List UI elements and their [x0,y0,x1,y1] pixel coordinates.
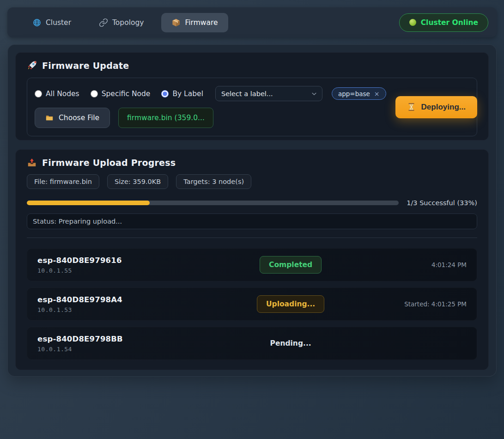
deploy-button-label: Deploying... [421,103,466,112]
status-badge-uploading: Uploading... [257,295,324,313]
cluster-status-badge: Cluster Online [399,13,488,32]
node-row: esp-840D8E9798BB 10.0.1.54 Pending... [27,327,477,360]
firmware-update-card: Firmware Update All Nodes Specific Node … [15,52,489,140]
upload-info-badges: File: firmware.bin Size: 359.0KB Targets… [27,174,477,189]
node-timestamp: Started: 4:01:25 PM [372,300,467,308]
node-name: esp-840D8E9798BB [37,335,209,343]
file-size-badge: Size: 359.0KB [107,174,168,189]
choose-file-button[interactable]: Choose File [35,108,110,128]
node-ip: 10.0.1.55 [37,267,209,274]
nav-item-firmware[interactable]: Firmware [161,13,228,32]
nav-item-topology[interactable]: Topology [89,13,154,32]
radio-label-text: By Label [172,90,203,98]
file-row: Choose File firmware.bin (359.0... [35,108,386,128]
nav-item-label: Cluster [46,18,71,27]
node-status-cell: Pending... [209,335,372,352]
card-title-text: Firmware Upload Progress [42,158,176,168]
node-timestamp: 4:01:24 PM [372,261,467,268]
radio-label-text: Specific Node [102,90,151,98]
navbar: Cluster Topology Firmware Cluster Online [7,7,497,37]
radio-by-label[interactable]: By Label [161,90,203,98]
upload-progress-card: Firmware Upload Progress File: firmware.… [15,149,489,370]
target-mode-row: All Nodes Specific Node By Label Select … [35,86,386,101]
globe-icon [32,18,42,27]
nav-item-label: Firmware [185,18,218,27]
hourglass-icon [407,103,416,111]
green-circle-icon [409,19,416,26]
radio-by-label-input[interactable] [161,90,169,98]
node-ip: 10.0.1.53 [37,306,209,313]
progress-bar-fill [27,201,150,205]
node-status-cell: Completed [209,256,372,274]
radio-all-nodes[interactable]: All Nodes [35,90,79,98]
status-badge-completed: Completed [260,256,322,274]
nav-item-cluster[interactable]: Cluster [22,13,81,32]
node-identity: esp-840D8E9798A4 10.0.1.53 [37,295,209,313]
main-container: Firmware Update All Nodes Specific Node … [7,44,497,377]
label-chip: app=base × [332,87,386,100]
node-ip: 10.0.1.54 [37,346,209,353]
chevron-down-icon [310,90,318,98]
targets-badge: Targets: 3 node(s) [176,174,251,189]
progress-row: 1/3 Successful (33%) [27,199,477,207]
rocket-icon [27,61,37,71]
deploy-button[interactable]: Deploying... [395,96,477,118]
radio-all-nodes-input[interactable] [35,90,42,98]
cluster-status-label: Cluster Online [421,18,478,27]
label-select[interactable]: Select a label... [215,86,322,101]
upload-progress-title: Firmware Upload Progress [27,158,477,168]
upload-tray-icon [27,158,37,168]
node-status-cell: Uploading... [209,295,372,313]
upload-status-box: Status: Preparing upload... [27,213,477,229]
choose-file-label: Choose File [59,114,99,122]
firmware-update-title: Firmware Update [27,61,477,71]
node-row: esp-840D8E9798A4 10.0.1.53 Uploading... … [27,287,477,321]
file-name-badge: File: firmware.bin [27,174,99,189]
node-identity: esp-840D8E979616 10.0.1.55 [37,256,209,274]
node-name: esp-840D8E9798A4 [37,295,209,304]
selected-file-label: firmware.bin (359.0... [127,114,205,122]
selected-file-button[interactable]: firmware.bin (359.0... [118,108,213,128]
package-icon [171,18,181,27]
card-title-text: Firmware Update [42,61,129,71]
label-chip-text: app=base [338,90,370,98]
folder-icon [45,114,54,122]
deploy-form-fields: All Nodes Specific Node By Label Select … [35,86,386,128]
radio-specific-node-input[interactable] [91,90,98,98]
link-icon [99,18,108,27]
label-select-value: Select a label... [221,90,273,98]
nav-item-label: Topology [112,18,144,27]
node-identity: esp-840D8E9798BB 10.0.1.54 [37,335,209,353]
node-row: esp-840D8E979616 10.0.1.55 Completed 4:0… [27,248,477,281]
status-badge-pending: Pending... [261,335,320,352]
node-name: esp-840D8E979616 [37,256,209,265]
deploy-form: All Nodes Specific Node By Label Select … [27,78,477,136]
progress-bar [27,201,399,205]
node-list: esp-840D8E979616 10.0.1.55 Completed 4:0… [27,238,477,360]
progress-label: 1/3 Successful (33%) [407,199,477,207]
chip-remove-icon[interactable]: × [374,90,380,98]
radio-specific-node[interactable]: Specific Node [91,90,151,98]
radio-label-text: All Nodes [46,90,79,98]
